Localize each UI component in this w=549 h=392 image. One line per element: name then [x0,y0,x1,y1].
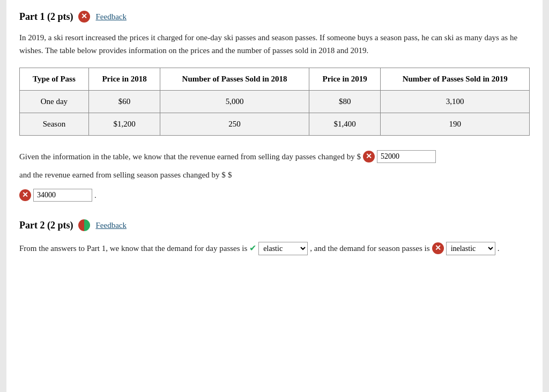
data-table: Type of Pass Price in 2018 Number of Pas… [19,68,530,136]
cell-type-0: One day [20,91,89,113]
table-row: Season $1,200 250 $1,400 190 [20,113,530,136]
part1-header: Part 1 (2 pts) ✕ Feedback [19,11,530,23]
part2-title: Part 2 (2 pts) [19,220,73,231]
answer-line1: Given the information in the table, we k… [19,149,530,183]
period2: . [498,240,500,256]
part2-feedback-link[interactable]: Feedback [95,221,126,230]
cell-price2018-0: $60 [88,91,160,113]
col-header-passes2018: Number of Passes Sold in 2018 [160,68,309,91]
part2-text1: From the answers to Part 1, we know that… [19,240,247,256]
col-header-type: Type of Pass [20,68,89,91]
cell-passes2018-0: 5,000 [160,91,309,113]
cell-passes2018-1: 250 [160,113,309,136]
period: . [94,187,97,203]
part2-text2: , and the demand for season passes is [310,240,429,256]
part2-text: From the answers to Part 1, we know that… [19,240,530,257]
check-icon: ✔ [249,240,256,257]
cell-price2019-1: $1,400 [309,113,380,136]
intro-text: In 2019, a ski resort increased the pric… [19,31,530,57]
part1-error-icon: ✕ [78,11,90,23]
season-pass-demand-select[interactable]: elastic inelastic unit elastic [446,242,495,255]
cell-type-1: Season [20,113,89,136]
cell-passes2019-1: 190 [381,113,530,136]
answer-text1: Given the information in the table, we k… [19,149,361,165]
answer2-error-icon: ✕ [19,189,31,201]
table-row: One day $60 5,000 $80 3,100 [20,91,530,113]
part2-mixed-icon [78,219,90,231]
answer-text2: and the revenue earned from selling seas… [19,167,226,183]
season-pass-error-icon: ✕ [432,242,444,254]
cell-price2019-0: $80 [309,91,380,113]
answer-input2[interactable] [33,189,92,202]
answer-area: Given the information in the table, we k… [19,149,530,203]
cell-passes2019-0: 3,100 [381,91,530,113]
col-header-passes2019: Number of Passes Sold in 2019 [381,68,530,91]
col-header-price2019: Price in 2019 [309,68,380,91]
day-pass-demand-select[interactable]: elastic inelastic unit elastic [258,242,308,255]
part1-feedback-link[interactable]: Feedback [95,12,126,21]
answer-input1[interactable] [377,150,436,163]
dollar-sign: $ [228,167,232,183]
part2-header: Part 2 (2 pts) Feedback [19,219,530,231]
part1-title: Part 1 (2 pts) [19,11,73,23]
col-header-price2018: Price in 2018 [88,68,160,91]
cell-price2018-1: $1,200 [88,113,160,136]
answer-line2: ✕ . [19,187,530,203]
page-container: Part 1 (2 pts) ✕ Feedback In 2019, a ski… [6,0,543,392]
part2-section: Part 2 (2 pts) Feedback From the answers… [19,219,530,257]
answer1-error-icon: ✕ [363,151,375,162]
